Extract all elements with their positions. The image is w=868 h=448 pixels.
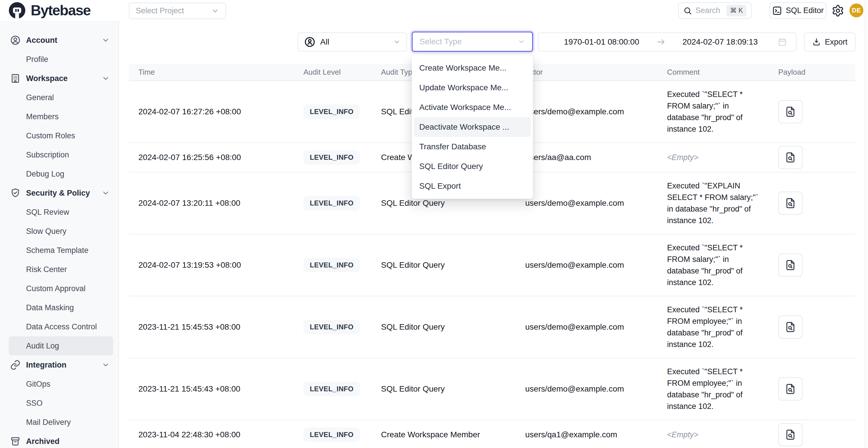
chevron-down-icon bbox=[102, 189, 110, 197]
sidebar-section-label: Security & Policy bbox=[26, 189, 90, 198]
level-badge: LEVEL_INFO bbox=[303, 382, 360, 396]
sidebar-item-custom-roles[interactable]: Custom Roles bbox=[9, 126, 113, 145]
sidebar-item-mail-delivery[interactable]: Mail Delivery bbox=[9, 413, 113, 432]
type-filter-select[interactable]: Select Type bbox=[412, 32, 533, 52]
link-icon bbox=[10, 359, 21, 371]
sidebar-section-archived[interactable]: Archived bbox=[9, 432, 113, 448]
type-option-sql-export[interactable]: SQL Export bbox=[412, 176, 533, 196]
sidebar-item-label: General bbox=[26, 93, 54, 102]
cell-audit-type: SQL Editor Query bbox=[376, 198, 521, 208]
project-select[interactable]: Select Project bbox=[129, 3, 226, 19]
column-header-time: Time bbox=[129, 68, 302, 77]
sidebar-item-subscription[interactable]: Subscription bbox=[9, 145, 113, 164]
cell-audit-level: LEVEL_INFO bbox=[302, 150, 376, 165]
sidebar-item-custom-approval[interactable]: Custom Approval bbox=[9, 279, 113, 298]
date-from[interactable]: 1970-01-01 08:00:00 bbox=[547, 37, 656, 46]
cell-actor: users/demo@example.com bbox=[521, 198, 663, 208]
payload-view-button[interactable] bbox=[778, 192, 803, 215]
payload-view-button[interactable] bbox=[778, 254, 803, 277]
archive-icon bbox=[10, 436, 21, 447]
sidebar-item-gitops[interactable]: GitOps bbox=[9, 375, 113, 393]
cell-audit-level: LEVEL_INFO bbox=[302, 382, 376, 396]
sidebar-section-security-policy[interactable]: Security & Policy bbox=[9, 184, 113, 202]
scrollbar[interactable] bbox=[864, 0, 868, 448]
sidebar-item-label: Debug Log bbox=[26, 169, 64, 179]
file-search-icon bbox=[784, 197, 797, 209]
chevron-down-icon bbox=[102, 361, 110, 369]
cell-payload bbox=[776, 100, 855, 123]
sidebar-item-data-access-control[interactable]: Data Access Control bbox=[9, 317, 113, 336]
sidebar: AccountProfileWorkspaceGeneralMembersCus… bbox=[0, 21, 119, 448]
payload-view-button[interactable] bbox=[778, 423, 803, 446]
cell-comment: Executed `"SELECT * FROM employee;"` in … bbox=[663, 358, 776, 420]
gear-icon[interactable] bbox=[832, 4, 844, 17]
chevron-down-icon bbox=[518, 38, 525, 45]
bytebase-app: Bytebase Select Project Search ⌘ K SQL E… bbox=[0, 0, 868, 448]
calendar-icon[interactable] bbox=[777, 37, 787, 47]
date-range-picker[interactable]: 1970-01-01 08:00:00 2024-02-07 18:09:13 bbox=[538, 32, 797, 52]
cell-time: 2023-11-21 15:45:53 +08:00 bbox=[129, 322, 302, 332]
sidebar-item-schema-template[interactable]: Schema Template bbox=[9, 241, 113, 260]
sidebar-item-debug-log[interactable]: Debug Log bbox=[9, 164, 113, 184]
sidebar-item-general[interactable]: General bbox=[9, 88, 113, 107]
cell-time: 2024-02-07 16:25:56 +08:00 bbox=[129, 153, 302, 162]
export-button[interactable]: Export bbox=[804, 32, 856, 52]
sidebar-item-audit-log[interactable]: Audit Log bbox=[9, 336, 113, 355]
sidebar-item-label: Risk Center bbox=[26, 265, 67, 274]
sidebar-section-integration[interactable]: Integration bbox=[9, 355, 113, 375]
sidebar-item-label: SQL Review bbox=[26, 208, 69, 217]
sidebar-section-workspace[interactable]: Workspace bbox=[9, 69, 113, 88]
type-option-sql-editor-query[interactable]: SQL Editor Query bbox=[412, 157, 533, 176]
cell-audit-type: SQL Editor Query bbox=[376, 260, 521, 270]
topbar: Bytebase Select Project Search ⌘ K SQL E… bbox=[0, 0, 868, 21]
sidebar-section-label: Archived bbox=[26, 437, 60, 446]
sidebar-item-risk-center[interactable]: Risk Center bbox=[9, 260, 113, 279]
cell-audit-type: SQL Editor Query bbox=[376, 322, 521, 332]
payload-view-button[interactable] bbox=[778, 315, 803, 339]
sidebar-item-label: GitOps bbox=[26, 380, 51, 389]
search-icon bbox=[683, 6, 692, 15]
sql-editor-button[interactable]: SQL Editor bbox=[770, 2, 826, 19]
cell-payload bbox=[776, 377, 855, 401]
cell-audit-level: LEVEL_INFO bbox=[302, 258, 376, 272]
cell-time: 2024-02-07 13:19:53 +08:00 bbox=[129, 260, 302, 270]
cell-comment: Executed `"EXPLAIN SELECT * FROM salary;… bbox=[663, 172, 776, 234]
sidebar-item-label: Slow Query bbox=[26, 227, 67, 236]
level-badge: LEVEL_INFO bbox=[303, 196, 360, 211]
sidebar-section-account[interactable]: Account bbox=[9, 31, 113, 50]
type-option-create-workspace-me[interactable]: Create Workspace Me... bbox=[412, 58, 533, 78]
sidebar-item-label: Mail Delivery bbox=[26, 418, 71, 427]
type-filter-placeholder: Select Type bbox=[420, 37, 462, 46]
sidebar-item-slow-query[interactable]: Slow Query bbox=[9, 222, 113, 241]
sidebar-item-label: Custom Roles bbox=[26, 131, 75, 140]
actor-filter-select[interactable]: All bbox=[298, 32, 407, 52]
avatar[interactable]: DE bbox=[849, 3, 863, 18]
type-option-update-workspace-me[interactable]: Update Workspace Me... bbox=[412, 78, 533, 98]
sidebar-item-sso[interactable]: SSO bbox=[9, 393, 113, 413]
payload-view-button[interactable] bbox=[778, 100, 803, 123]
sidebar-item-sql-review[interactable]: SQL Review bbox=[9, 202, 113, 222]
sidebar-item-members[interactable]: Members bbox=[9, 107, 113, 126]
search-shortcut-kbd: ⌘ K bbox=[726, 5, 746, 17]
payload-view-button[interactable] bbox=[778, 377, 803, 401]
table-row: 2024-02-07 13:19:53 +08:00LEVEL_INFOSQL … bbox=[129, 234, 855, 296]
sidebar-item-data-masking[interactable]: Data Masking bbox=[9, 298, 113, 317]
file-search-icon bbox=[784, 321, 797, 333]
search-input[interactable]: Search ⌘ K bbox=[678, 2, 752, 19]
type-option-deactivate-workspace[interactable]: Deactivate Workspace ... bbox=[414, 117, 531, 137]
brand-logo[interactable]: Bytebase bbox=[8, 1, 90, 20]
payload-view-button[interactable] bbox=[778, 146, 803, 169]
cell-audit-type: SQL Editor Query bbox=[376, 384, 521, 393]
table-row: 2023-11-21 15:45:53 +08:00LEVEL_INFOSQL … bbox=[129, 296, 855, 358]
sidebar-item-profile[interactable]: Profile bbox=[9, 50, 113, 69]
file-search-icon bbox=[784, 383, 797, 395]
column-header-level: Audit Level bbox=[302, 68, 376, 77]
project-select-value: Select Project bbox=[136, 6, 184, 15]
column-header-payload: Payload bbox=[776, 68, 855, 77]
sidebar-item-label: Data Access Control bbox=[26, 322, 97, 331]
date-to[interactable]: 2024-02-07 18:09:13 bbox=[666, 37, 775, 46]
type-option-transfer-database[interactable]: Transfer Database bbox=[412, 137, 533, 157]
file-search-icon bbox=[784, 259, 797, 271]
type-option-activate-workspace-me[interactable]: Activate Workspace Me... bbox=[412, 98, 533, 117]
sidebar-section-label: Workspace bbox=[26, 74, 68, 83]
